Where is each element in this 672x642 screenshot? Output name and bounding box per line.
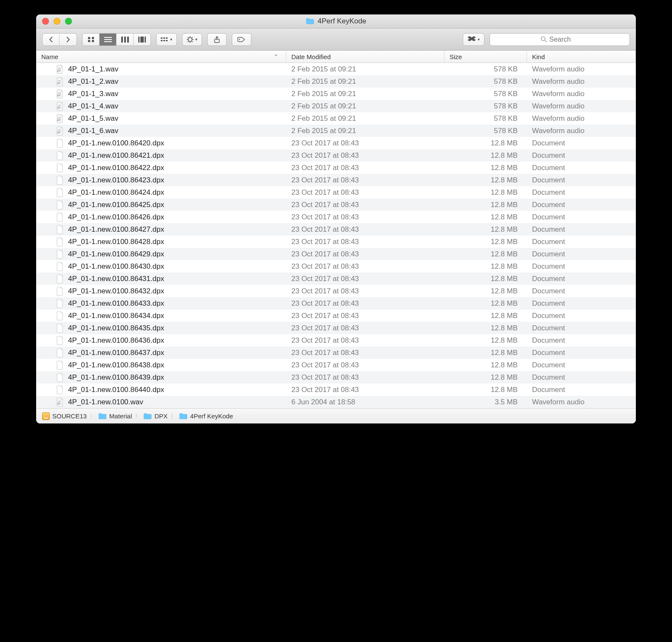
column-kind[interactable]: Kind xyxy=(527,51,636,62)
column-size[interactable]: Size xyxy=(444,51,527,62)
file-name: 4P_01-1.new.0100.86435.dpx xyxy=(68,324,164,332)
file-row[interactable]: 4P_01-1.new.0100.86429.dpx23 Oct 2017 at… xyxy=(36,248,636,260)
view-icons-button[interactable] xyxy=(83,34,100,45)
file-row[interactable]: 4P_01-1.new.0100.86439.dpx23 Oct 2017 at… xyxy=(36,371,636,383)
back-button[interactable] xyxy=(43,34,60,45)
file-row[interactable]: 4P_01-1.new.0100.86436.dpx23 Oct 2017 at… xyxy=(36,334,636,347)
action-button[interactable]: ▾ xyxy=(182,33,202,46)
file-size: 12.8 MB xyxy=(444,299,527,308)
file-name: 4P_01-1_2.wav xyxy=(68,77,118,86)
file-kind: Document xyxy=(527,201,636,209)
view-mode-segment xyxy=(82,33,151,46)
share-button[interactable] xyxy=(207,33,227,46)
svg-rect-11 xyxy=(140,37,144,43)
file-name: 4P_01-1.new.0100.86432.dpx xyxy=(68,287,164,295)
view-list-button[interactable] xyxy=(100,34,117,45)
view-gallery-button[interactable] xyxy=(134,34,151,45)
tags-button[interactable] xyxy=(232,33,251,46)
file-name: 4P_01-1_4.wav xyxy=(68,102,118,111)
file-row[interactable]: 4P_01-1.new.0100.86435.dpx23 Oct 2017 at… xyxy=(36,322,636,334)
view-columns-button[interactable] xyxy=(117,34,134,45)
document-file-icon xyxy=(56,311,64,321)
file-row[interactable]: 4P_01-1.new.0100.86424.dpx23 Oct 2017 at… xyxy=(36,186,636,199)
svg-rect-8 xyxy=(124,37,126,43)
file-row[interactable]: 4P_01-1.new.0100.86422.dpx23 Oct 2017 at… xyxy=(36,162,636,174)
svg-rect-10 xyxy=(138,37,140,43)
window-controls xyxy=(42,18,72,25)
file-row[interactable]: 4P_01-1.new.0100.86430.dpx23 Oct 2017 at… xyxy=(36,260,636,273)
file-date: 2 Feb 2015 at 09:21 xyxy=(286,65,444,74)
file-date: 23 Oct 2017 at 08:43 xyxy=(286,386,444,394)
forward-button[interactable] xyxy=(60,34,77,45)
file-size: 12.8 MB xyxy=(444,225,527,234)
close-button[interactable] xyxy=(42,18,49,25)
file-name: 4P_01-1_6.wav xyxy=(68,127,118,135)
file-date: 23 Oct 2017 at 08:43 xyxy=(286,151,444,160)
file-size: 12.8 MB xyxy=(444,250,527,259)
column-name[interactable]: Name ⌃ xyxy=(36,51,286,62)
file-row[interactable]: 4P_01-1_3.wav2 Feb 2015 at 09:21578 KBWa… xyxy=(36,88,636,100)
file-date: 23 Oct 2017 at 08:43 xyxy=(286,250,444,259)
document-file-icon xyxy=(56,361,64,370)
breadcrumb-item[interactable]: 4Perf KeyKode xyxy=(179,412,233,420)
finder-window: 4Perf KeyKode ▾ ▾ xyxy=(36,14,636,423)
file-row[interactable]: 4P_01-1_4.wav2 Feb 2015 at 09:21578 KBWa… xyxy=(36,100,636,112)
search-field[interactable] xyxy=(490,33,630,46)
breadcrumb-item[interactable]: Material xyxy=(98,412,132,420)
breadcrumb-separator: 〉 xyxy=(171,413,176,419)
column-date-label: Date Modified xyxy=(291,53,331,60)
column-date[interactable]: Date Modified xyxy=(286,51,444,62)
file-size: 12.8 MB xyxy=(444,201,527,209)
file-row[interactable]: 4P_01-1.new.0100.86420.dpx23 Oct 2017 at… xyxy=(36,137,636,149)
file-date: 23 Oct 2017 at 08:43 xyxy=(286,349,444,357)
file-date: 23 Oct 2017 at 08:43 xyxy=(286,287,444,295)
document-file-icon xyxy=(56,151,64,160)
file-size: 12.8 MB xyxy=(444,151,527,160)
file-kind: Document xyxy=(527,176,636,185)
file-name: 4P_01-1.new.0100.86424.dpx xyxy=(68,188,164,197)
file-kind: Waveform audio xyxy=(527,102,636,111)
file-row[interactable]: 4P_01-1.new.0100.86428.dpx23 Oct 2017 at… xyxy=(36,236,636,248)
dropbox-button[interactable]: ▾ xyxy=(463,33,484,46)
file-row[interactable]: 4P_01-1.new.0100.86437.dpx23 Oct 2017 at… xyxy=(36,347,636,359)
file-row[interactable]: 4P_01-1.new.0100.86440.dpx23 Oct 2017 at… xyxy=(36,383,636,396)
file-row[interactable]: 4P_01-1.new.0100.86425.dpx23 Oct 2017 at… xyxy=(36,199,636,211)
file-row[interactable]: 4P_01-1.new.0100.wav6 Jun 2004 at 18:583… xyxy=(36,396,636,408)
file-name: 4P_01-1.new.0100.86436.dpx xyxy=(68,336,164,345)
file-date: 23 Oct 2017 at 08:43 xyxy=(286,225,444,234)
file-size: 12.8 MB xyxy=(444,238,527,246)
file-row[interactable]: 4P_01-1_1.wav2 Feb 2015 at 09:21578 KBWa… xyxy=(36,63,636,75)
file-row[interactable]: 4P_01-1_5.wav2 Feb 2015 at 09:21578 KBWa… xyxy=(36,112,636,125)
file-row[interactable]: 4P_01-1.new.0100.86423.dpx23 Oct 2017 at… xyxy=(36,174,636,186)
file-name: 4P_01-1.new.0100.86438.dpx xyxy=(68,361,164,369)
svg-rect-12 xyxy=(145,37,146,43)
file-row[interactable]: 4P_01-1_6.wav2 Feb 2015 at 09:21578 KBWa… xyxy=(36,125,636,137)
file-row[interactable]: 4P_01-1.new.0100.86432.dpx23 Oct 2017 at… xyxy=(36,285,636,297)
breadcrumb-item[interactable]: DPX xyxy=(143,412,168,420)
file-kind: Waveform audio xyxy=(527,90,636,98)
file-name: 4P_01-1.new.0100.86440.dpx xyxy=(68,386,164,394)
document-file-icon xyxy=(56,200,64,210)
audio-file-icon xyxy=(56,126,64,136)
file-name: 4P_01-1_1.wav xyxy=(68,65,118,74)
arrange-button[interactable]: ▾ xyxy=(156,33,177,46)
search-input[interactable] xyxy=(550,36,579,43)
file-size: 12.8 MB xyxy=(444,373,527,382)
toolbar: ▾ ▾ ▾ xyxy=(36,28,636,51)
file-row[interactable]: 4P_01-1.new.0100.86426.dpx23 Oct 2017 at… xyxy=(36,211,636,223)
file-row[interactable]: 4P_01-1.new.0100.86431.dpx23 Oct 2017 at… xyxy=(36,273,636,285)
file-size: 12.8 MB xyxy=(444,287,527,295)
file-row[interactable]: 4P_01-1.new.0100.86427.dpx23 Oct 2017 at… xyxy=(36,223,636,236)
file-row[interactable]: 4P_01-1.new.0100.86421.dpx23 Oct 2017 at… xyxy=(36,149,636,162)
svg-rect-18 xyxy=(166,40,168,41)
file-row[interactable]: 4P_01-1_2.wav2 Feb 2015 at 09:21578 KBWa… xyxy=(36,75,636,88)
file-row[interactable]: 4P_01-1.new.0100.86434.dpx23 Oct 2017 at… xyxy=(36,310,636,322)
zoom-button[interactable] xyxy=(65,18,72,25)
audio-file-icon xyxy=(56,77,64,86)
file-row[interactable]: 4P_01-1.new.0100.86433.dpx23 Oct 2017 at… xyxy=(36,297,636,310)
titlebar: 4Perf KeyKode xyxy=(36,14,636,28)
file-row[interactable]: 4P_01-1.new.0100.86438.dpx23 Oct 2017 at… xyxy=(36,359,636,371)
minimize-button[interactable] xyxy=(54,18,60,25)
chevron-down-icon: ▾ xyxy=(170,37,172,42)
breadcrumb-item[interactable]: SOURCE13 xyxy=(42,412,87,420)
